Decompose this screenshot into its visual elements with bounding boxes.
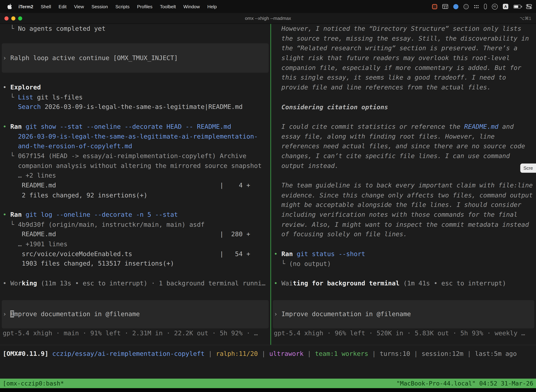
terminal-line: the “Related research writing” section i… xyxy=(271,44,536,53)
text-segment: of focusing solely on file lines. xyxy=(281,231,407,238)
terminal-line: › Ralph loop active continue [OMX_TMUX_I… xyxy=(2,53,269,63)
text-segment: • xyxy=(3,211,10,218)
terminal-line: and-the-erosion-of-copyleft.md xyxy=(0,141,270,151)
text-segment: changes, I can’t cite specific file line… xyxy=(281,152,510,159)
text-segment: and xyxy=(498,123,514,130)
text-segment: 2026-03-09-is-legal-the-same-as-legitima… xyxy=(18,133,258,140)
text-segment: 4b9d30f (origin/main, instructkr/main, m… xyxy=(18,221,205,228)
terminal-line: output instead. xyxy=(271,161,536,171)
right-prompt-input[interactable]: › Improve documentation in @filename xyxy=(273,300,534,328)
terminal-line: • Ran git show --stat --oneline --decora… xyxy=(0,122,270,132)
text-segment: Ran xyxy=(10,211,22,218)
text-segment: … +2 lines xyxy=(18,172,56,179)
terminal-line: The team guideline is to back every impo… xyxy=(271,181,536,190)
window-bottom-edge xyxy=(0,388,536,392)
vertical-capsule-icon[interactable] xyxy=(484,4,487,9)
terminal-line: this single essay, it seems like a good … xyxy=(271,73,536,83)
text-segment: king xyxy=(22,280,37,287)
terminal-line: 1903 files changed, 513517 insertions(+) xyxy=(0,259,270,269)
text-segment: • xyxy=(3,84,10,91)
text-segment: However, I noticed the “Directory Struct… xyxy=(281,25,521,32)
left-pane-output: • Explored└ List git ls-filesSearch 2026… xyxy=(0,83,270,288)
text-segment: companion analysis without altering the … xyxy=(18,162,262,169)
table-icon[interactable] xyxy=(442,4,448,9)
battery-fill xyxy=(514,5,518,8)
blue-app-icon[interactable] xyxy=(453,4,459,9)
text-segment: | xyxy=(205,350,216,357)
spacer xyxy=(0,34,270,44)
menu-item-app-name[interactable]: iTerm2 xyxy=(15,4,37,9)
terminal-line: … +1901 lines xyxy=(0,239,270,249)
menu-item-profiles[interactable]: Profiles xyxy=(133,4,156,9)
omx-status-line: [OMX#0.11.9] cczip/essay/ai-reimplementa… xyxy=(0,349,536,359)
tmux-status-bar: [omx-cczip0:bash* "MacBook-Pro-44.local"… xyxy=(0,379,536,388)
text-segment: 2 files changed, 92 insertions(+) xyxy=(22,191,147,199)
right-prompt-input-text: › Improve documentation in @filename xyxy=(273,309,534,319)
input-source-icon[interactable]: A xyxy=(503,4,508,9)
menu-item-session[interactable]: Session xyxy=(88,4,112,9)
text-segment: | xyxy=(258,350,269,357)
terminal-line xyxy=(271,92,536,102)
terminal-line: slight risk that future readers may over… xyxy=(271,53,536,63)
text-segment: 067f154 (HEAD -> essay/ai-reimplementati… xyxy=(18,152,246,159)
menu-item-help[interactable]: Help xyxy=(204,4,221,9)
text-segment: | xyxy=(464,350,475,357)
text-segment: | xyxy=(368,350,380,357)
dark-app-icon[interactable] xyxy=(464,4,469,9)
text-segment: • xyxy=(3,280,10,287)
terminal-line: the source tree, missing the essay. Stil… xyxy=(271,34,536,44)
text-segment: src/voice/voiceModeEnabled.ts | 54 + xyxy=(22,250,250,257)
text-segment: Wai xyxy=(281,280,293,287)
cpu-gauge-icon[interactable]: 61 xyxy=(492,4,498,9)
terminal-line: • Ran git status --short xyxy=(271,249,536,259)
window-shortcut-badge: ⌥⌘1 xyxy=(520,16,531,21)
text-segment: the source tree, missing the essay. Stil… xyxy=(281,35,529,42)
omx-status-bar: [OMX#0.11.9] cczip/essay/ai-reimplementa… xyxy=(0,345,536,362)
terminal-line: 2 files changed, 92 insertions(+) xyxy=(0,190,270,200)
terminal: └ No agents completed yet › Ralph loop a… xyxy=(0,24,536,345)
text-segment: List xyxy=(18,93,33,101)
terminal-line xyxy=(271,269,536,279)
text-segment: including verification notes with those … xyxy=(281,211,517,218)
text-segment: 2026-03-09-is-legal-the-same-as-legitima… xyxy=(41,103,243,111)
text-segment: (1m 41s • esc to interrupt) xyxy=(400,280,506,287)
minimize-button[interactable] xyxy=(11,16,15,20)
zoom-button[interactable] xyxy=(18,16,22,20)
apple-logo-icon[interactable] xyxy=(4,4,14,9)
close-button[interactable] xyxy=(5,16,9,20)
menu-item-scripts[interactable]: Scripts xyxy=(112,4,133,9)
right-terminal-pane[interactable]: However, I noticed the “Directory Struct… xyxy=(271,24,536,345)
spacer xyxy=(271,288,536,300)
text-segment: | xyxy=(304,350,315,357)
text-segment: review. Also, I might want to inspect th… xyxy=(281,221,529,228)
terminal-line: README.md | 280 + xyxy=(0,229,270,239)
left-prompt-input[interactable]: › Improve documentation in @filename xyxy=(2,300,269,328)
text-segment: evidence. Since this change only affects… xyxy=(281,191,533,199)
app-grid-icon[interactable] xyxy=(474,5,479,8)
menu-item-window[interactable]: Window xyxy=(180,4,203,9)
window-title-bar[interactable]: omx --xhigh --madmax ⌥⌘1 xyxy=(0,13,536,24)
terminal-line: • Ran git log --oneline --decorate -n 5 … xyxy=(0,210,270,220)
text-segment: git log --oneline --decorate -n 5 --stat xyxy=(22,211,178,218)
menu-list: iTerm2 Shell Edit View Session Scripts P… xyxy=(0,4,220,9)
text-segment: and-the-erosion-of-copyleft.md xyxy=(18,142,132,150)
text-segment: README.md xyxy=(464,123,498,130)
menu-item-view[interactable]: View xyxy=(70,4,88,9)
terminal-line xyxy=(0,200,270,210)
battery-icon[interactable] xyxy=(513,5,521,8)
terminal-line: evidence. Since this change only affects… xyxy=(271,190,536,200)
text-segment: The team guideline is to back every impo… xyxy=(281,182,533,189)
screen-recording-indicator-icon[interactable] xyxy=(432,4,437,9)
control-center-icon[interactable] xyxy=(526,4,532,9)
terminal-line: companion analysis without altering the … xyxy=(0,161,270,171)
text-segment: • xyxy=(274,250,281,257)
text-segment: • xyxy=(274,280,281,287)
terminal-line: • Working (11m 13s • esc to interrupt) ·… xyxy=(0,279,270,288)
screenshot-tooltip[interactable]: Scre xyxy=(520,163,536,173)
menu-item-edit[interactable]: Edit xyxy=(55,4,70,9)
menu-item-toolbelt[interactable]: Toolbelt xyxy=(156,4,180,9)
text-segment: └ xyxy=(10,152,18,159)
text-segment: I xyxy=(10,310,14,317)
left-terminal-pane[interactable]: └ No agents completed yet › Ralph loop a… xyxy=(0,24,270,345)
menu-item-shell[interactable]: Shell xyxy=(37,4,55,9)
